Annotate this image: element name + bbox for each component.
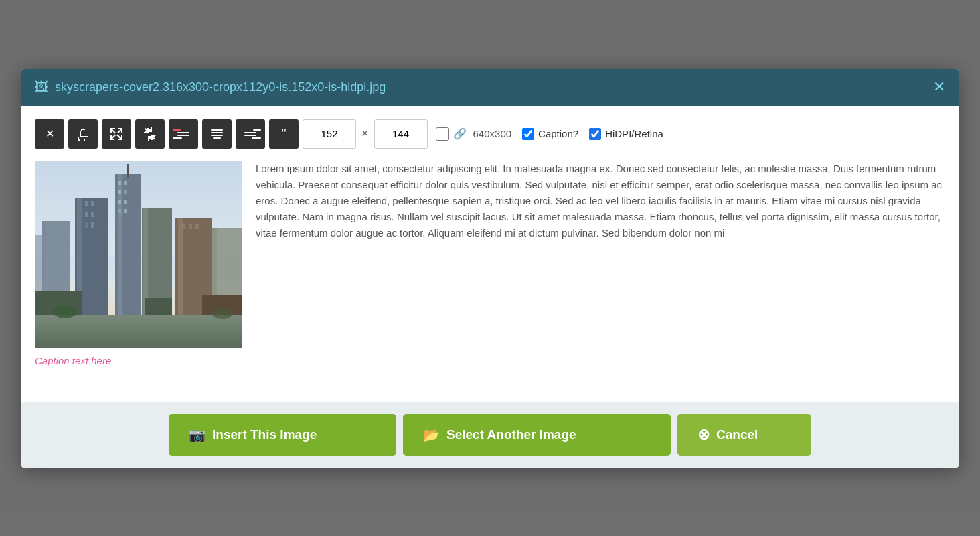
body-text: Lorem ipsum dolor sit amet, consectetur … [256, 161, 945, 375]
svg-rect-16 [85, 201, 88, 206]
svg-rect-11 [118, 209, 121, 213]
modal-header: 🖼 skyscrapers-cover2.316x300-cropx112y0-… [21, 69, 959, 106]
modal-footer: 📷 Insert This Image 📂 Select Another Ima… [21, 402, 959, 468]
crop-button[interactable] [68, 119, 98, 149]
svg-point-37 [53, 305, 77, 318]
svg-point-38 [212, 308, 232, 319]
svg-rect-26 [182, 224, 185, 229]
preview-image [35, 161, 242, 348]
svg-rect-20 [85, 222, 88, 228]
modal-dialog: 🖼 skyscrapers-cover2.316x300-cropx112y0-… [21, 69, 959, 468]
proportional-checkbox[interactable] [436, 127, 449, 141]
modal-title: skyscrapers-cover2.316x300-cropx112y0-is… [55, 80, 386, 94]
align-center-button[interactable] [202, 119, 232, 149]
svg-rect-9 [118, 200, 121, 204]
align-right-button[interactable] [236, 119, 265, 149]
svg-rect-25 [178, 218, 183, 315]
caption-group: Caption? [522, 128, 578, 140]
caption-label: Caption? [538, 128, 578, 139]
shrink-button[interactable] [135, 119, 165, 149]
expand-button[interactable] [102, 119, 131, 149]
link-icon: 🔗 [453, 127, 467, 140]
svg-rect-18 [85, 212, 88, 217]
hidpi-group: HiDPI/Retina [589, 128, 663, 140]
hidpi-checkbox[interactable] [589, 128, 601, 140]
svg-rect-17 [91, 201, 94, 206]
svg-rect-21 [91, 222, 94, 228]
svg-rect-10 [124, 200, 127, 204]
image-icon: 🖼 [35, 80, 48, 95]
svg-rect-7 [118, 190, 121, 194]
content-area: Caption text here Lorem ipsum dolor sit … [35, 161, 945, 389]
hidpi-label: HiDPI/Retina [605, 128, 663, 139]
insert-image-button[interactable]: 📷 Insert This Image [169, 414, 396, 456]
folder-icon: 📂 [423, 427, 440, 443]
natural-size-label: 640x300 [473, 128, 512, 139]
svg-rect-28 [195, 224, 199, 229]
camera-icon: 📷 [189, 427, 206, 443]
close-button[interactable]: ✕ [933, 80, 945, 94]
svg-rect-13 [127, 164, 129, 178]
toolbar: ✕ [35, 119, 945, 149]
image-section: Caption text here [35, 161, 242, 389]
svg-rect-12 [124, 209, 127, 213]
size-separator: × [361, 127, 369, 141]
select-image-button[interactable]: 📂 Select Another Image [403, 414, 671, 456]
caption-checkbox[interactable] [522, 128, 534, 140]
svg-rect-19 [91, 212, 94, 217]
modal-body: ✕ [21, 106, 959, 402]
width-input[interactable]: 152 [303, 119, 356, 149]
modal-title-group: 🖼 skyscrapers-cover2.316x300-cropx112y0-… [35, 80, 386, 95]
svg-rect-8 [124, 190, 127, 194]
svg-rect-4 [118, 174, 122, 315]
remove-image-button[interactable]: ✕ [35, 119, 64, 149]
modal-overlay: 🖼 skyscrapers-cover2.316x300-cropx112y0-… [0, 0, 980, 536]
svg-rect-5 [118, 181, 121, 185]
svg-rect-27 [189, 224, 192, 229]
align-left-button[interactable] [169, 119, 198, 149]
cancel-icon: ⊗ [698, 426, 710, 444]
cancel-button[interactable]: ⊗ Cancel [677, 414, 811, 456]
svg-rect-2 [35, 315, 242, 348]
height-input[interactable]: 144 [374, 119, 428, 149]
svg-rect-6 [124, 181, 127, 185]
caption-text: Caption text here [35, 355, 242, 366]
blockquote-button[interactable]: " [269, 119, 299, 149]
svg-rect-36 [145, 298, 172, 315]
